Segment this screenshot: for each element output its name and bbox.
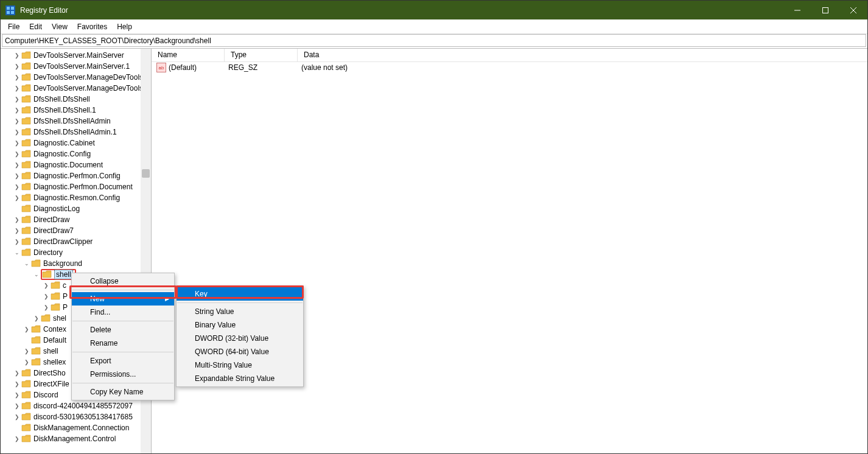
tree-item[interactable]: ❯Diagnostic.Cabinet xyxy=(1,138,151,148)
tree-item[interactable]: ❯Diagnostic.Config xyxy=(1,148,151,159)
expander-icon[interactable]: ❯ xyxy=(23,347,31,355)
expander-icon[interactable]: ❯ xyxy=(13,237,21,246)
expander-icon[interactable]: ❯ xyxy=(13,106,21,114)
tree-item[interactable]: ❯DevToolsServer.MainServer xyxy=(1,50,151,61)
tree-item[interactable]: ❯DevToolsServer.ManageDevTools xyxy=(1,72,151,83)
menu-edit[interactable]: Edit xyxy=(24,21,47,32)
context-separator xyxy=(72,290,173,290)
minimize-button[interactable] xyxy=(783,1,811,19)
col-header-data[interactable]: Data xyxy=(298,49,867,61)
tree-item[interactable]: ❯DirectDrawClipper xyxy=(1,236,151,247)
expander-icon[interactable] xyxy=(13,204,21,213)
context-item[interactable]: Export xyxy=(72,354,174,368)
tree-item[interactable]: ❯DirectDraw xyxy=(1,214,151,225)
tree-item-label: discord-530196305138417685 xyxy=(33,413,133,421)
app-icon xyxy=(5,5,15,15)
tree-item[interactable]: ❯discord-424004941485572097 xyxy=(1,400,151,411)
expander-icon[interactable]: ⌄ xyxy=(23,259,31,268)
tree-item[interactable]: ❯DirectDraw7 xyxy=(1,225,151,236)
expander-icon[interactable]: ❯ xyxy=(13,95,21,103)
expander-icon[interactable]: ❯ xyxy=(42,303,51,312)
context-item[interactable]: Find... xyxy=(72,306,174,319)
tree-item[interactable]: ❯DevToolsServer.ManageDevTools.1 xyxy=(1,83,151,94)
tree-item[interactable]: DiagnosticLog xyxy=(1,203,151,214)
context-item[interactable]: String Value xyxy=(177,305,303,318)
context-item-label: New xyxy=(90,295,105,303)
context-item[interactable]: Binary Value xyxy=(177,318,303,332)
expander-icon[interactable]: ❯ xyxy=(13,73,21,82)
expander-icon[interactable]: ❯ xyxy=(13,194,21,202)
context-item-label: Rename xyxy=(90,339,117,347)
expander-icon[interactable]: ❯ xyxy=(13,117,21,125)
menu-view[interactable]: View xyxy=(47,21,72,32)
context-item[interactable]: New▶ xyxy=(72,292,174,306)
values-panel: Name Type Data ab(Default)REG_SZ(value n… xyxy=(152,49,867,453)
expander-icon[interactable] xyxy=(13,424,21,432)
tree-item[interactable]: ❯Diagnostic.Perfmon.Config xyxy=(1,170,151,181)
tree-item-label: DirectXFile xyxy=(33,380,69,388)
expander-icon[interactable]: ❯ xyxy=(13,215,21,224)
context-item[interactable]: Copy Key Name xyxy=(72,385,174,399)
tree-item[interactable]: ⌄Directory xyxy=(1,247,151,258)
tree-item-label: DiskManagement.Connection xyxy=(33,424,129,432)
menu-file[interactable]: File xyxy=(3,21,24,32)
addressbar[interactable]: Computer\HKEY_CLASSES_ROOT\Directory\Bac… xyxy=(2,34,866,47)
expander-icon[interactable]: ❯ xyxy=(13,402,21,410)
expander-icon[interactable] xyxy=(23,336,31,344)
expander-icon[interactable]: ❯ xyxy=(13,391,21,399)
expander-icon[interactable]: ❯ xyxy=(13,226,21,235)
tree-item[interactable]: ❯discord-530196305138417685 xyxy=(1,411,151,422)
expander-icon[interactable]: ⌄ xyxy=(13,248,21,257)
tree-item[interactable]: ❯DevToolsServer.MainServer.1 xyxy=(1,61,151,72)
col-header-type[interactable]: Type xyxy=(225,49,298,61)
context-item[interactable]: Delete xyxy=(72,323,174,337)
expander-icon[interactable]: ❯ xyxy=(13,84,21,93)
context-item[interactable]: Permissions... xyxy=(72,368,174,381)
tree-item[interactable]: ❯DfsShell.DfsShell xyxy=(1,94,151,105)
menu-help[interactable]: Help xyxy=(112,21,137,32)
context-item[interactable]: QWORD (64-bit) Value xyxy=(177,345,303,358)
tree-item[interactable]: ❯DfsShell.DfsShell.1 xyxy=(1,105,151,116)
expander-icon[interactable]: ❯ xyxy=(13,150,21,158)
tree-item[interactable]: DiskManagement.Connection xyxy=(1,422,151,433)
tree-item[interactable]: ❯Diagnostic.Resmon.Config xyxy=(1,192,151,203)
tree-item[interactable]: ❯DfsShell.DfsShellAdmin.1 xyxy=(1,127,151,138)
expander-icon[interactable]: ❯ xyxy=(23,325,31,334)
expander-icon[interactable]: ❯ xyxy=(42,292,51,301)
expander-icon[interactable]: ❯ xyxy=(13,369,21,377)
tree-item[interactable]: ❯DfsShell.DfsShellAdmin xyxy=(1,116,151,127)
expander-icon[interactable]: ⌄ xyxy=(32,270,41,279)
expander-icon[interactable]: ❯ xyxy=(13,139,21,147)
menu-favorites[interactable]: Favorites xyxy=(72,21,112,32)
close-button[interactable] xyxy=(839,1,867,19)
expander-icon[interactable]: ❯ xyxy=(13,183,21,191)
tree-item-label: Diagnostic.Document xyxy=(33,161,103,169)
expander-icon[interactable]: ❯ xyxy=(13,435,21,443)
tree-item[interactable]: ⌄Background xyxy=(1,258,151,269)
maximize-button[interactable] xyxy=(811,1,839,19)
expander-icon[interactable]: ❯ xyxy=(13,62,21,71)
context-item[interactable]: Key xyxy=(177,287,303,301)
value-row[interactable]: ab(Default)REG_SZ(value not set) xyxy=(152,62,867,73)
expander-icon[interactable]: ❯ xyxy=(13,413,21,421)
context-item[interactable]: Multi-String Value xyxy=(177,358,303,372)
tree-item[interactable]: ❯Diagnostic.Document xyxy=(1,159,151,170)
tree-item[interactable]: ❯Diagnostic.Perfmon.Document xyxy=(1,181,151,192)
col-header-name[interactable]: Name xyxy=(152,49,225,61)
expander-icon[interactable]: ❯ xyxy=(13,128,21,136)
expander-icon[interactable]: ❯ xyxy=(13,172,21,180)
expander-icon[interactable]: ❯ xyxy=(13,161,21,169)
svg-rect-2 xyxy=(7,11,10,14)
expander-icon[interactable]: ❯ xyxy=(42,281,51,290)
tree-item[interactable]: ❯DiskManagement.Control xyxy=(1,433,151,444)
expander-icon[interactable]: ❯ xyxy=(23,358,31,366)
context-item[interactable]: Expandable String Value xyxy=(177,372,303,385)
expander-icon[interactable]: ❯ xyxy=(13,380,21,388)
context-item[interactable]: DWORD (32-bit) Value xyxy=(177,332,303,345)
expander-icon[interactable]: ❯ xyxy=(13,51,21,60)
context-item[interactable]: Rename xyxy=(72,337,174,350)
expander-icon[interactable]: ❯ xyxy=(32,314,41,323)
context-item-label: Copy Key Name xyxy=(90,388,143,396)
context-item[interactable]: Collapse xyxy=(72,274,174,288)
tree-scrollbar-thumb[interactable] xyxy=(142,169,150,178)
